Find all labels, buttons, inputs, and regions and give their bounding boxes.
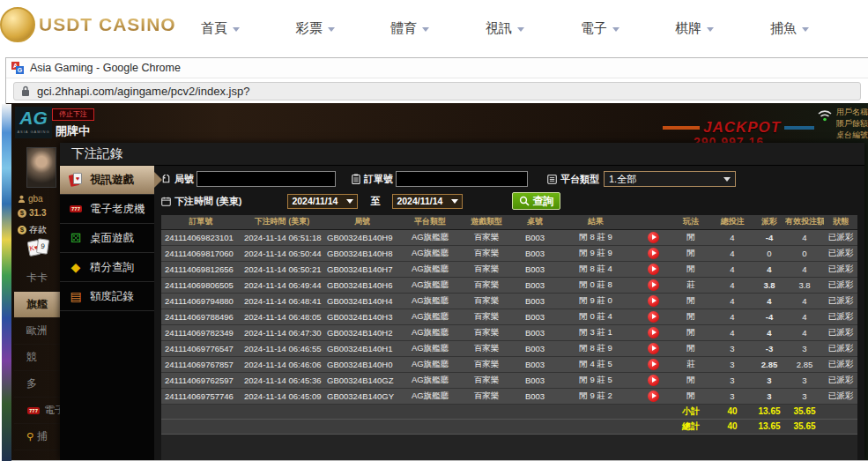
lobby-nav-item-競[interactable]: 競: [14, 345, 65, 371]
cell-order: 241114069782349: [161, 324, 241, 340]
cell-round: GB00324B140GY: [323, 388, 401, 404]
sidebar-item-積分查詢[interactable]: ◆積分查詢: [60, 253, 154, 282]
replay-button[interactable]: [648, 343, 659, 354]
date-from-picker[interactable]: 2024/11/14: [287, 194, 358, 209]
cell-order: 241114069762597: [161, 372, 241, 388]
site-nav-item[interactable]: 棋牌: [675, 20, 714, 37]
column-header: 桌號: [514, 215, 556, 229]
cell-valid-bet: 3: [785, 372, 824, 388]
cell-round: GB00324B140H1: [323, 340, 401, 356]
replay-button[interactable]: [648, 311, 659, 323]
cell-valid-bet: 3: [785, 340, 824, 356]
bet-records-table: 訂單號下注時間 (美東)局號平台類型遊戲類型桌號結果玩法總投注派彩有效投注額狀態…: [161, 215, 857, 435]
site-nav-item[interactable]: 視訊: [486, 20, 524, 37]
account-info: 用戶名稱 賬戶餘額 桌台編號: [836, 107, 868, 141]
coin-logo-icon: [0, 7, 35, 42]
cell-bet: 4: [711, 324, 753, 340]
cell-order: 241114069794880: [161, 293, 241, 309]
lobby-nav-item-多[interactable]: 多: [14, 371, 65, 398]
lobby-nav-item-電子[interactable]: 777電子: [14, 398, 65, 424]
search-button[interactable]: 查詢: [512, 192, 560, 210]
site-nav-item[interactable]: 捕魚: [770, 20, 809, 37]
table-row: 2411140698065052024-11-14 06:49:44GB0032…: [161, 277, 857, 293]
replay-button[interactable]: [648, 359, 659, 370]
site-logo-text: USDT CASINO: [39, 14, 176, 35]
url-bar[interactable]: gci.2hhapi.com/agingame/pcv2/index.jsp?: [13, 82, 861, 100]
column-header: 訂單號: [161, 215, 241, 229]
cell-result: 閒 0 莊 8: [556, 277, 635, 293]
cell-platform: AG旗艦廳: [401, 356, 459, 372]
site-nav-item[interactable]: 彩票: [296, 20, 335, 37]
date-from-value: 2024/11/14: [292, 196, 338, 206]
site-nav-label: 首頁: [201, 20, 227, 37]
replay-button[interactable]: [648, 264, 659, 275]
cell-time: 2024-11-14 06:46:06: [241, 356, 323, 372]
cell-order: 241114069788496: [161, 309, 241, 324]
sidebar-item-額度記錄[interactable]: ▤額度記錄: [60, 282, 154, 311]
cell-play: 閒: [671, 372, 711, 388]
cell-valid-bet: 4: [785, 261, 824, 277]
column-header: 結果: [556, 215, 635, 229]
cell-payout: 0: [753, 245, 785, 261]
cell-platform: AG旗艦廳: [401, 372, 459, 388]
site-nav-item[interactable]: 體育: [390, 20, 429, 37]
lobby-nav-item-旗艦[interactable]: 旗艦: [14, 292, 65, 318]
cell-payout: -4: [753, 229, 785, 245]
order-filter-label: 訂單號: [352, 173, 393, 186]
platform-select[interactable]: 1.全部: [604, 171, 736, 187]
site-logo[interactable]: USDT CASINO: [0, 7, 176, 42]
site-header: USDT CASINO 首頁彩票體育視訊電子棋牌捕魚: [0, 0, 868, 57]
stop-betting-banner: 停止下注: [52, 108, 94, 121]
subtotal-row: 小計4013.6535.65: [161, 404, 857, 419]
cell-replay: [635, 293, 671, 309]
cell-table-no: B003: [514, 261, 556, 277]
replay-button[interactable]: [648, 327, 659, 338]
cell-game-type: 百家樂: [459, 388, 514, 404]
site-nav-item[interactable]: 電子: [581, 20, 619, 37]
cell-time: 2024-11-14 06:50:44: [241, 245, 323, 261]
site-nav-label: 電子: [581, 20, 607, 37]
round-input[interactable]: [197, 171, 336, 187]
cell-order: 241114069776547: [161, 340, 241, 356]
cell-game-type: 百家樂: [459, 229, 514, 245]
cell-table-no: B003: [514, 293, 556, 309]
sidebar-item-電子老虎機[interactable]: 777電子老虎機: [60, 195, 154, 224]
replay-button[interactable]: [648, 375, 659, 386]
chevron-down-icon: [346, 199, 353, 204]
sidebar-item-桌面遊戲[interactable]: ⚄桌面遊戲: [60, 224, 154, 253]
cell-replay: [635, 229, 671, 245]
replay-button[interactable]: [648, 390, 659, 402]
cell-game-type: 百家樂: [459, 356, 514, 372]
deposit-button[interactable]: $ 存款: [18, 224, 47, 236]
table-row: 2411140697678572024-11-14 06:46:06GB0032…: [161, 356, 857, 372]
cell-platform: AG旗艦廳: [401, 261, 459, 277]
ag-favicon-icon: AG: [11, 62, 24, 74]
lobby-nav-item-捕[interactable]: ⚲捕: [14, 424, 65, 450]
replay-button[interactable]: [648, 295, 659, 307]
game-area: AG ASIA GAMING 停止下注 開牌中 JACKPOT 290,997.…: [6, 103, 868, 460]
chrome-titlebar[interactable]: AG Asia Gaming - Google Chrome: [6, 58, 868, 78]
cell-play: 莊: [671, 277, 711, 293]
chevron-down-icon: [422, 27, 429, 32]
column-header: 下注時間 (美東): [241, 215, 323, 229]
lobby-nav-item-歐洲[interactable]: 歐洲: [14, 318, 65, 345]
chevron-down-icon: [723, 177, 731, 182]
cell-table-no: B003: [514, 245, 556, 261]
site-nav-item[interactable]: 首頁: [201, 20, 240, 37]
cell-round: GB00324B140H2: [323, 324, 401, 340]
cell-replay: [635, 324, 671, 340]
ag-logo-subtext: ASIA GAMING: [15, 130, 52, 134]
sidebar-item-視訊遊戲[interactable]: ♥視訊遊戲: [60, 166, 154, 195]
lobby-nav-item-卡卡[interactable]: 卡卡: [14, 265, 65, 292]
replay-button[interactable]: [648, 248, 659, 259]
wifi-icon: [817, 109, 833, 122]
date-to-picker[interactable]: 2024/11/14: [392, 194, 463, 209]
cell-play: 閒: [671, 229, 711, 245]
tag-icon: [161, 175, 171, 184]
cell-status: 已派彩: [824, 245, 857, 261]
replay-button[interactable]: [648, 232, 659, 243]
replay-button[interactable]: [648, 279, 659, 291]
chevron-down-icon: [517, 27, 524, 32]
order-input[interactable]: [396, 171, 528, 187]
cards-icon: ♥: [68, 172, 84, 188]
